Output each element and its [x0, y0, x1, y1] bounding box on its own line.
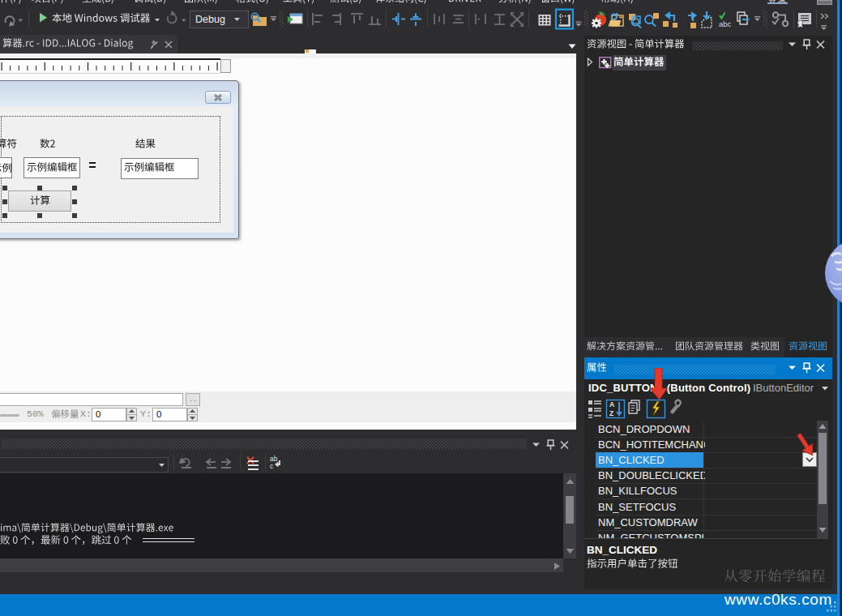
svg-text:*: * [477, 16, 481, 24]
svg-text:c: c [270, 462, 274, 470]
svg-text:abc: abc [719, 19, 732, 28]
svg-text:A: A [609, 400, 614, 409]
svg-text:Z: Z [609, 409, 613, 417]
